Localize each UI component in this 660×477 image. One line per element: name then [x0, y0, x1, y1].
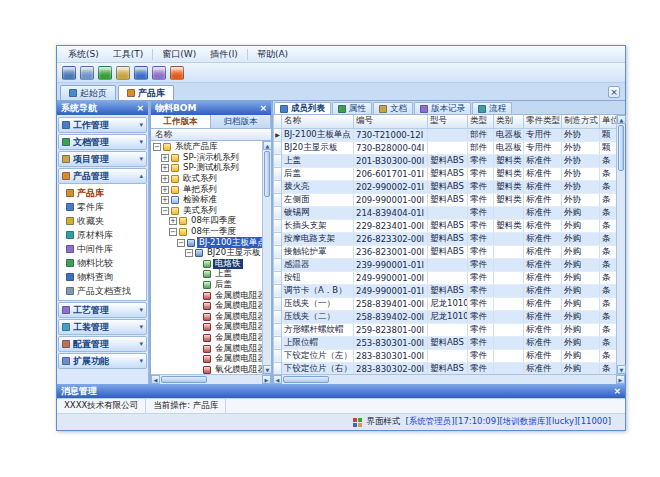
tree-node[interactable]: 电烙铁 [151, 259, 262, 270]
sidebar-group-5[interactable]: 工装管理▾ [58, 319, 147, 335]
sidebar-item-1[interactable]: 零件库 [59, 200, 146, 214]
sidebar-item-3[interactable]: 原材料库 [59, 228, 146, 242]
scroll-track[interactable] [330, 375, 616, 384]
sidebar-close-icon[interactable]: × [136, 104, 144, 113]
scroll-thumb[interactable] [161, 376, 207, 383]
tree-node[interactable]: 后盖 [151, 280, 262, 291]
expand-icon[interactable]: + [161, 186, 169, 194]
tree-node[interactable]: 金属膜电阻器 [151, 354, 262, 365]
column-header-3[interactable]: 类型 [468, 115, 494, 128]
table-row[interactable]: 上限位帽253-830301-00I塑料ABS零件标准件外购条 [274, 336, 617, 349]
tree-node[interactable]: 金属膜电阻器 [151, 301, 262, 312]
table-horizontal-scrollbar[interactable]: ◀ ▶ [273, 374, 625, 384]
interface-style-label[interactable]: 界面样式 [367, 416, 401, 428]
tree-node[interactable]: −08年一季度 [151, 227, 262, 238]
table-row[interactable]: 感温器239-990001-01I零件标准件外购条 [274, 258, 617, 271]
column-header-5[interactable]: 零件类型 [524, 115, 562, 128]
table-row[interactable]: 上盖201-B30300-00I塑料ABS零件塑料类标准件外协条 [274, 154, 617, 167]
scroll-track[interactable] [208, 375, 262, 384]
sidebar-group-7[interactable]: 扩展功能▾ [58, 353, 147, 369]
expand-icon[interactable]: + [161, 175, 169, 183]
tree-node[interactable]: +检验标准 [151, 195, 262, 206]
tree-node[interactable]: +SP-演示机系列 [151, 153, 262, 164]
tree-node[interactable]: 金属膜电阻器 [151, 343, 262, 354]
column-header-2[interactable]: 型号 [428, 115, 468, 128]
scroll-down-icon[interactable]: ▼ [617, 365, 626, 374]
scroll-track[interactable] [263, 198, 271, 365]
tree-node[interactable]: 氧化膜电阻器 [151, 364, 262, 374]
table-vertical-scrollbar[interactable]: ▲ ▼ [616, 115, 625, 374]
tree-node[interactable]: 金属膜电阻器 [151, 333, 262, 344]
tree-node[interactable]: −美式系列 [151, 206, 262, 217]
sidebar-group-2[interactable]: 项目管理▾ [58, 151, 147, 167]
table-row[interactable]: 左侧面209-990001-00I塑料ABS零件塑料类标准件外协条 [274, 193, 617, 206]
tree-node[interactable]: +单把系列 [151, 184, 262, 195]
tree-node[interactable]: 金属膜电阻器 [151, 322, 262, 333]
table-row[interactable]: 方形螺杆螺纹帽259-823801-00I零件标准件外购条 [274, 323, 617, 336]
sidebar-item-5[interactable]: 物料比较 [59, 256, 146, 270]
menu-item-0[interactable]: 系统(S) [61, 47, 106, 62]
table-row[interactable]: 拨火亮202-990002-01I塑料ABS零件塑料类标准件外协条 [274, 180, 617, 193]
scroll-left-icon[interactable]: ◀ [151, 375, 160, 384]
scroll-thumb[interactable] [283, 376, 329, 383]
content-tab-4[interactable]: 流程 [472, 102, 512, 114]
table-row[interactable]: 压线夹（一）258-839401-00I尼龙1010零件标准件外购条 [274, 297, 617, 310]
tree-node[interactable]: −BJ20主显示板 [151, 248, 262, 259]
help-icon[interactable] [134, 66, 148, 80]
content-tab-2[interactable]: 文档 [373, 102, 413, 114]
menu-item-4[interactable]: 帮助(A) [250, 47, 295, 62]
sidebar-item-4[interactable]: 中间件库 [59, 242, 146, 256]
table-row[interactable]: 下铰定位片（右）283-830302-00I塑料ABS零件标准件外购条 [274, 362, 617, 374]
table-row[interactable]: 下铰定位片（左）283-830301-00I零件标准件外购条 [274, 349, 617, 362]
message-panel-header[interactable]: 消息管理 × [57, 384, 625, 398]
tree-node[interactable]: 金属膜电阻器 [151, 290, 262, 301]
table-row[interactable]: 镀锡网214-839404-01I零件标准件外购条 [274, 206, 617, 219]
tree-vertical-scrollbar[interactable]: ▲ ▼ [262, 141, 271, 374]
content-tab-3[interactable]: 版本记录 [414, 102, 471, 114]
content-tab-0[interactable]: 成员列表 [274, 102, 331, 114]
scroll-right-icon[interactable]: ▶ [262, 375, 271, 384]
scroll-thumb[interactable] [618, 125, 624, 171]
scroll-up-icon[interactable]: ▲ [617, 115, 626, 124]
collapse-icon[interactable]: − [185, 249, 193, 257]
sidebar-group-0[interactable]: 工作管理▾ [58, 117, 147, 133]
sidebar-item-6[interactable]: 物料查询 [59, 270, 146, 284]
collapse-icon[interactable]: − [161, 207, 169, 215]
collapse-icon[interactable]: − [169, 228, 177, 236]
content-tab-1[interactable]: 属性 [332, 102, 372, 114]
navigator-icon[interactable] [80, 66, 94, 80]
table-row[interactable]: 调节卡（A．B）249-990001-01I塑料ABS零件标准件外购条 [274, 284, 617, 297]
table-row[interactable]: ▶BJ-2100主板单点730-T21000-12I部件电器板专用件外协颗 [274, 128, 617, 141]
exit-icon[interactable] [170, 66, 184, 80]
table-row[interactable]: 接触轮护罩236-823001-00I塑料ABS零件标准件外购条 [274, 245, 617, 258]
system-icon[interactable] [62, 66, 76, 80]
table-row[interactable]: 后盖206-601701-01I塑料ABS零件塑料类标准件外协条 [274, 167, 617, 180]
tab-close-icon[interactable]: × [608, 86, 620, 98]
sidebar-item-0[interactable]: 产品库 [59, 186, 146, 200]
table-row[interactable]: 长插头支架229-823401-00I塑料ABS零件塑料类标准件外购条 [274, 219, 617, 232]
tree-node[interactable]: 金属膜电阻器 [151, 312, 262, 323]
sidebar-group-1[interactable]: 文档管理▾ [58, 134, 147, 150]
scroll-left-icon[interactable]: ◀ [273, 375, 282, 384]
tree-node[interactable]: +08年四季度 [151, 216, 262, 227]
sidebar-group-6[interactable]: 配置管理▾ [58, 336, 147, 352]
column-header-4[interactable]: 类别 [494, 115, 524, 128]
bom-tab-1[interactable]: 归档版本 [211, 115, 271, 128]
style-icon[interactable] [152, 66, 166, 80]
column-header-7[interactable]: 单位 [600, 115, 617, 128]
expand-icon[interactable]: + [161, 164, 169, 172]
collapse-icon[interactable]: − [177, 239, 185, 247]
interface-style-icon[interactable] [353, 418, 362, 427]
scroll-track[interactable] [617, 172, 625, 365]
expand-icon[interactable]: + [169, 217, 177, 225]
tree-node[interactable]: −BJ-2100主板单点 [151, 237, 262, 248]
menu-item-3[interactable]: 插件(I) [203, 47, 245, 62]
scroll-thumb[interactable] [264, 151, 270, 197]
scroll-up-icon[interactable]: ▲ [263, 141, 272, 150]
column-header-1[interactable]: 编号 [354, 115, 428, 128]
scroll-down-icon[interactable]: ▼ [263, 365, 272, 374]
table-row[interactable]: 按钮249-990001-00I零件标准件外购条 [274, 271, 617, 284]
collapse-icon[interactable]: − [153, 143, 161, 151]
column-header-0[interactable]: 名称 [282, 115, 354, 128]
page-tab-0[interactable]: 起始页 [60, 85, 116, 100]
